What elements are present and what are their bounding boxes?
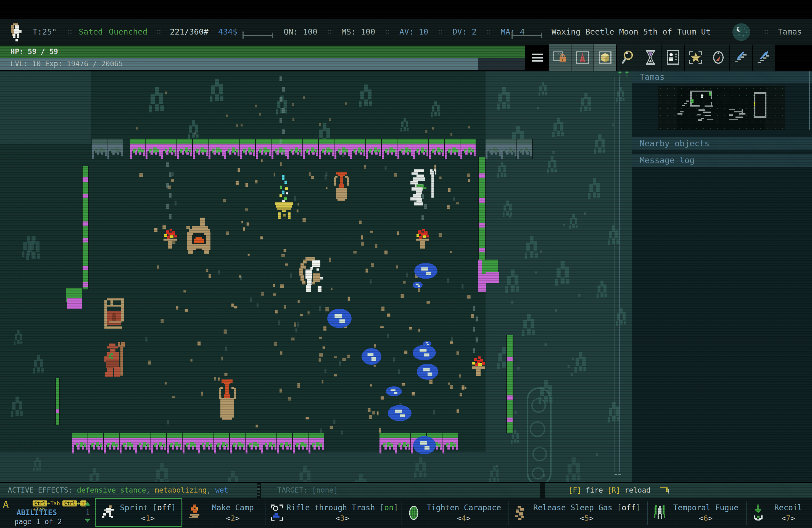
camp-icon (188, 504, 201, 521)
sidebar-header-message-log[interactable]: Message log (632, 154, 812, 167)
temporal-fugue-icon (653, 504, 666, 521)
toolbar-journal-icon[interactable] (662, 44, 684, 71)
toolbar-stairs-down-icon[interactable] (730, 44, 752, 71)
toolbar-hourglass-icon[interactable] (639, 44, 662, 71)
status-row: ACTIVE EFFECTS: defensive stance, metabo… (0, 483, 812, 498)
sidebar-header-nearby-objects[interactable]: Nearby objects (632, 137, 812, 150)
target-panel: TARGET: [none] (261, 483, 540, 498)
toolbar-window-lock-icon[interactable] (549, 44, 571, 71)
wall-vertical (55, 378, 60, 425)
toolbar-magnifier-icon[interactable] (617, 44, 639, 71)
player-portrait-icon (10, 23, 22, 43)
fire-reload-panel: [F] fire [R] reload (545, 483, 812, 498)
minimap[interactable] (657, 86, 785, 130)
rifle-trash-icon (271, 504, 284, 521)
ability-rifle-through-trash[interactable]: Rifle through Trash [on]<3> (265, 498, 401, 527)
farmer[interactable] (102, 342, 128, 378)
map-scroll-up-arrows[interactable]: ⇡⇡ (617, 71, 630, 79)
wall-corner (485, 272, 499, 283)
ability-recoil[interactable]: Recoil<7> (746, 498, 812, 527)
ruler-divider-icon (511, 31, 542, 39)
abilities-page-label: page 1 of 2 (14, 517, 62, 526)
stat-qn: QN: 100 (284, 27, 317, 36)
page-up-arrow[interactable] (85, 502, 91, 506)
level-text: LVL: 10 Exp: 19476 / 20065 (11, 60, 123, 68)
toolbar-spire-icon[interactable] (571, 44, 594, 71)
pistol-icon (660, 485, 671, 496)
money: 434$ (218, 27, 237, 36)
level-exp-bar: LVL: 10 Exp: 19476 / 20065 (0, 58, 525, 70)
amphora-large[interactable] (215, 379, 238, 423)
wall-curtain-faded (92, 138, 130, 161)
wall-vertical (478, 157, 485, 260)
ability-temporal-fugue[interactable]: Temporal Fugue<6> (648, 498, 746, 527)
wall-curtain-bright (72, 433, 327, 455)
water-puddle[interactable] (423, 341, 431, 346)
game-window: T:25° ∷ Sated Quenched ∷ 221/360# 434$ Q… (0, 0, 812, 528)
ability-release-sleep-gas[interactable]: Release Sleep Gas [off]<5> (508, 498, 647, 527)
reload-key[interactable]: [R] (607, 486, 620, 494)
water-puddle[interactable] (388, 405, 411, 421)
oven[interactable] (184, 218, 214, 256)
toolbar-compass-icon[interactable] (707, 44, 729, 71)
water-puddle[interactable] (417, 364, 438, 380)
smoke-trail (279, 76, 288, 165)
status-divider (257, 483, 260, 498)
abilities-panel: A Ctrl+Tab Ctrl+⇧+Tab ABILITIES page 1 o… (0, 498, 94, 527)
water-puddle[interactable] (412, 282, 423, 288)
stat-ms: MS: 100 (342, 27, 375, 36)
water-puddle[interactable] (412, 345, 436, 361)
column[interactable] (526, 387, 552, 482)
player[interactable] (296, 258, 324, 294)
wall-corner (482, 260, 498, 274)
toolbar-gem-icon[interactable] (594, 44, 616, 71)
wall-curtain-bright (130, 138, 482, 161)
hp-text: HP: 59 / 59 (11, 47, 58, 56)
game-map[interactable]: ⇡⇡ (0, 71, 631, 482)
stat-dv: DV: 2 (452, 27, 476, 36)
water-puddle[interactable] (414, 263, 437, 279)
sparkle-fountain[interactable] (273, 173, 295, 221)
torch[interactable] (162, 229, 178, 249)
toolbar-star-icon[interactable] (685, 44, 707, 71)
effect-wet: wet (215, 486, 228, 494)
torch[interactable] (414, 229, 431, 249)
water-puddle[interactable] (362, 348, 381, 365)
abilities-corner-letter: A (3, 499, 9, 510)
active-effects-list: defensive stance, metabolizing, wet (77, 486, 228, 494)
ability-sprint[interactable]: Sprint [off]<1> (95, 498, 182, 527)
toolbar-stairs-up-icon[interactable] (753, 44, 775, 71)
ability-make-camp[interactable]: Make Camp<2> (183, 498, 265, 527)
ruler-divider-icon (243, 31, 276, 39)
ability-tighten-carapace[interactable]: Tighten Carapace<4> (402, 498, 508, 527)
water-puddle[interactable] (327, 309, 352, 328)
right-sidebar: Tamas Nearby objects Message log (632, 71, 812, 482)
smoke-trail (421, 194, 430, 230)
carry-weight: 221/360# (170, 27, 208, 36)
map-scrollbar[interactable] (614, 73, 623, 479)
fire-key[interactable]: [F] (568, 486, 581, 494)
page-down-arrow[interactable] (85, 518, 91, 523)
chest[interactable] (101, 298, 128, 339)
water-puddle[interactable] (413, 436, 436, 454)
top-status-bar: T:25° ∷ Sated Quenched ∷ 221/360# 434$ Q… (0, 19, 812, 45)
recoil-icon (752, 504, 765, 521)
active-effects-panel: ACTIVE EFFECTS: defensive stance, metabo… (0, 483, 257, 498)
carapace-icon (407, 504, 420, 521)
stat-block: QN: 100 ∷ MS: 100 ∷ AV: 10 ∷ DV: 2 ∷ MA:… (284, 27, 525, 36)
ability-bar: A Ctrl+Tab Ctrl+⇧+Tab ABILITIES page 1 o… (0, 498, 812, 528)
sidebar-scrollbar[interactable] (809, 71, 810, 130)
target-value: [none] (312, 486, 338, 494)
water-puddle[interactable] (386, 386, 402, 396)
calendar-date: Waxing Beetle Moon 5th of Tuum Ut (552, 27, 711, 36)
stat-av: AV: 10 (400, 27, 429, 36)
page-number: 1 (86, 508, 90, 516)
temperature: T:25° (33, 27, 57, 36)
sidebar-header-player[interactable]: Tamas (632, 71, 812, 84)
amphora[interactable] (330, 172, 352, 202)
wall-corner (67, 298, 82, 309)
effect-defensive-stance: defensive stance (77, 486, 146, 494)
status-sated: Sated (79, 27, 103, 36)
toolbar-menu-icon[interactable] (526, 44, 548, 71)
wall-curtain-faded (485, 138, 544, 161)
